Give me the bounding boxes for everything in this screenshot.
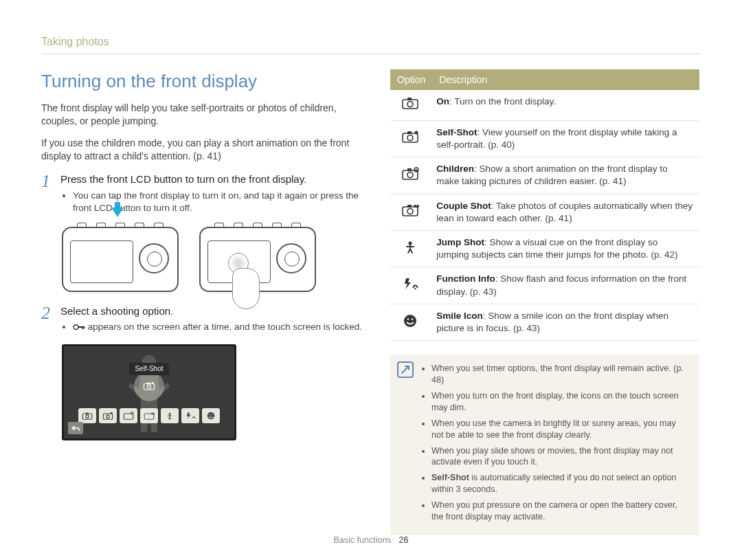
th-option: Option	[390, 69, 432, 91]
svg-rect-12	[103, 414, 113, 419]
lock-key-icon	[73, 322, 85, 332]
table-row: Smile Icon: Show a smile icon on the fro…	[390, 304, 699, 340]
table-row: Children: Show a short animation on the …	[390, 157, 699, 194]
table-row: Jump Shot: Show a visual cue on the fron…	[390, 231, 699, 267]
smile-icon	[401, 313, 420, 328]
svg-point-23	[209, 414, 210, 416]
self-shot-icon	[401, 129, 420, 144]
note-box: When you set timer options, the front di…	[390, 355, 699, 535]
camera-press-illustration	[62, 227, 179, 292]
note-item: When you play slide shows or movies, the…	[431, 445, 690, 469]
breadcrumb: Taking photos	[41, 34, 701, 54]
svg-rect-34	[407, 168, 412, 171]
svg-point-33	[407, 172, 413, 177]
svg-rect-9	[82, 414, 92, 419]
step-2-head: Select a shooting option.	[60, 304, 364, 318]
step-number: 2	[41, 304, 54, 333]
svg-point-24	[212, 414, 213, 416]
svg-point-10	[86, 415, 89, 418]
note-item: When you set timer options, the front di…	[431, 363, 690, 386]
table-row: Self-Shot: View yourself on the front di…	[390, 120, 699, 157]
lcd-on-icon	[78, 408, 96, 423]
note-item: When you put pressure on the camera or o…	[431, 500, 690, 523]
step-number: 1	[41, 172, 54, 214]
step-1: 1 Press the front LCD button to turn on …	[41, 172, 364, 214]
svg-point-14	[111, 412, 113, 414]
svg-point-22	[207, 412, 215, 420]
svg-rect-1	[78, 326, 85, 328]
svg-point-38	[407, 209, 413, 214]
svg-rect-3	[84, 326, 85, 329]
svg-point-43	[414, 288, 416, 289]
note-item: When you use the camera in brightly lit …	[431, 418, 690, 441]
svg-rect-30	[407, 131, 412, 134]
svg-point-29	[407, 135, 413, 141]
press-arrow-icon	[111, 208, 124, 217]
function-info-icon	[401, 276, 420, 291]
svg-point-31	[414, 131, 418, 135]
finger-tap-icon	[228, 253, 249, 273]
svg-point-0	[74, 325, 78, 330]
table-row: Function Info: Show flash and focus info…	[390, 267, 699, 304]
options-table: Option Description On: Turn on the front…	[390, 69, 699, 341]
intro-para-1: The front display will help you take sel…	[41, 102, 364, 128]
svg-rect-2	[82, 326, 84, 330]
svg-point-45	[407, 318, 409, 320]
lcd-self-icon	[99, 408, 117, 423]
couple-shot-icon	[401, 203, 420, 218]
svg-point-41	[416, 205, 419, 208]
lcd-smile-icon	[202, 408, 220, 423]
page-title: Turning on the front display	[41, 69, 364, 93]
svg-point-44	[404, 315, 416, 327]
jump-shot-icon	[401, 240, 420, 255]
table-row: On: Turn on the front display.	[390, 90, 699, 120]
svg-rect-39	[407, 205, 412, 208]
children-icon	[401, 166, 420, 181]
lcd-screenshot: Self-Shot	[62, 344, 236, 440]
on-icon	[401, 96, 420, 111]
lcd-mode-label: Self-Shot	[129, 363, 168, 375]
camera-illustration-row	[62, 227, 364, 292]
svg-point-46	[411, 318, 413, 320]
note-item: When you turn on the front display, the …	[431, 390, 690, 414]
note-item: Self-Shot is automatically selected if y…	[431, 472, 690, 495]
svg-point-26	[407, 102, 413, 107]
svg-point-36	[416, 169, 417, 170]
svg-rect-27	[407, 98, 412, 100]
step-1-head: Press the front LCD button to turn on th…	[60, 172, 364, 186]
step-2: 2 Select a shooting option. appears on t…	[41, 304, 364, 333]
page-footer: Basic functions 26	[0, 535, 742, 546]
lcd-back-icon	[68, 422, 83, 434]
intro-para-2: If you use the children mode, you can pl…	[41, 137, 364, 163]
svg-point-40	[414, 205, 416, 208]
table-row: Couple Shot: Take photos of couples auto…	[390, 194, 699, 230]
svg-rect-11	[86, 413, 89, 414]
note-icon	[397, 361, 414, 378]
lcd-func-icon	[181, 408, 199, 423]
th-description: Description	[432, 69, 699, 91]
svg-point-13	[106, 415, 110, 418]
step-2-bullet: appears on the screen after a time, and …	[73, 321, 364, 333]
